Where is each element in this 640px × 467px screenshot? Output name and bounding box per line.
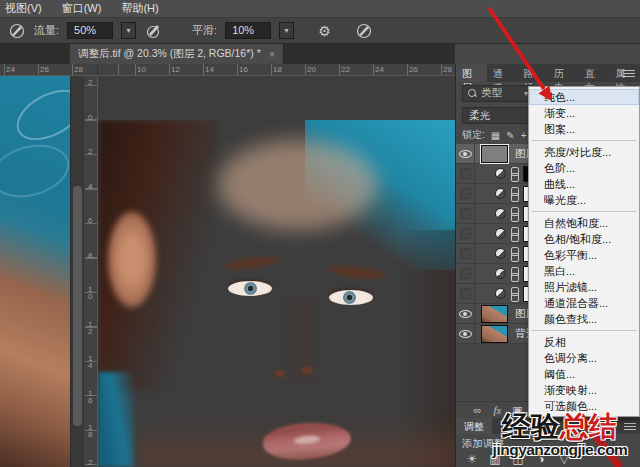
visibility-toggle[interactable] <box>456 164 475 184</box>
tab-adjustments[interactable]: 调整 <box>456 418 492 434</box>
blend-mode-dropdown[interactable]: 柔光 <box>462 107 530 124</box>
adjustments-panel-menu-icon[interactable] <box>624 423 636 430</box>
ruler-number: 26 <box>40 65 49 74</box>
menu-窗口(W)[interactable]: 窗口(W) <box>62 1 102 16</box>
visibility-toggle[interactable] <box>456 204 475 224</box>
visibility-toggle[interactable] <box>456 184 475 204</box>
menu-视图(V)[interactable]: 视图(V) <box>5 1 42 16</box>
visibility-toggle[interactable] <box>456 324 475 344</box>
water-swirl <box>0 136 70 205</box>
tab-历史[interactable]: 历史 <box>548 64 579 82</box>
airbrush-toggle-icon[interactable] <box>144 22 162 40</box>
visibility-toggle[interactable] <box>456 224 475 244</box>
brush-preset-icon[interactable] <box>8 22 26 40</box>
left-doc-scrollbar[interactable] <box>70 76 84 467</box>
panel-menu-icon[interactable] <box>623 70 635 77</box>
menu-item[interactable]: 亮度/对比度... <box>529 144 639 160</box>
ruler-number: 16 <box>239 65 248 74</box>
menu-item[interactable]: 色彩平衡... <box>529 247 639 263</box>
layer-thumbnail[interactable] <box>481 325 508 343</box>
adjustment-layer-icon[interactable] <box>495 188 506 199</box>
eye-well-empty <box>460 268 471 279</box>
panel-tab-bar: 图层通道路径历史直方属性 <box>456 64 640 82</box>
left-doc-image[interactable] <box>0 76 70 467</box>
adjustment-layer-icon[interactable] <box>495 268 506 279</box>
exposure-icon[interactable]: ◑ <box>533 452 549 466</box>
adjustment-layer-icon[interactable] <box>495 208 506 219</box>
levels-icon[interactable]: ▥ <box>487 452 503 466</box>
left-document-window[interactable]: 242628 <box>0 64 85 467</box>
ruler-number: 20 <box>307 65 316 74</box>
brightness-contrast-icon[interactable]: ☀ <box>464 452 480 466</box>
visibility-toggle[interactable] <box>456 144 475 164</box>
menu-item[interactable]: 阈值... <box>529 366 639 382</box>
visibility-toggle[interactable] <box>456 284 475 304</box>
tab-通道[interactable]: 通道 <box>487 64 518 82</box>
brush-symmetry-icon[interactable] <box>355 22 373 40</box>
scrollbar-thumb[interactable] <box>73 186 82 426</box>
active-document-window[interactable]: 10121416182022242628 202468101214161820 <box>85 64 455 467</box>
document-tab[interactable]: 调整后.tif @ 20.3% (图层 2, RGB/16*) * × <box>70 44 284 64</box>
adjustment-layer-icon[interactable] <box>495 248 506 259</box>
mask-link-icon <box>510 167 519 181</box>
layer-style-fx-icon[interactable]: fx <box>490 403 505 418</box>
tab-直方[interactable]: 直方 <box>579 64 610 82</box>
vibrance-icon[interactable]: ▽ <box>556 452 572 466</box>
lock-transparency-icon[interactable]: ▦ <box>491 130 500 141</box>
smoothing-options-gear-icon[interactable]: ⚙ <box>318 23 331 39</box>
layer-thumbnail[interactable] <box>481 305 508 323</box>
tab-图层[interactable]: 图层 <box>456 64 487 82</box>
visibility-toggle[interactable] <box>456 304 475 324</box>
menu-item[interactable]: 自然饱和度... <box>529 215 639 231</box>
menu-item[interactable]: 照片滤镜... <box>529 279 639 295</box>
eye-well-empty <box>460 168 471 179</box>
menu-帮助(H)[interactable]: 帮助(H) <box>121 1 158 16</box>
canvas[interactable] <box>98 76 455 467</box>
menu-item[interactable]: 纯色... <box>529 89 639 105</box>
menu-item[interactable]: 色相/饱和度... <box>529 231 639 247</box>
link-layers-icon[interactable]: ∞ <box>470 403 485 418</box>
adjustment-layer-icon[interactable] <box>495 168 506 179</box>
menu-item[interactable]: 色调分离... <box>529 350 639 366</box>
mask-link-icon <box>510 267 519 281</box>
add-adjustment-label: 添加调整 <box>456 434 640 452</box>
menu-separator <box>531 140 637 141</box>
menu-item[interactable]: 颜色查找... <box>529 311 639 327</box>
smoothing-chevron-icon[interactable]: ▾ <box>279 22 294 39</box>
ruler-number: 10 <box>88 286 96 300</box>
adjustment-layer-icon[interactable] <box>495 228 506 239</box>
tab-路径[interactable]: 路径 <box>517 64 548 82</box>
flow-value-input[interactable]: 50% <box>67 22 113 39</box>
visibility-toggle[interactable] <box>456 264 475 284</box>
smoothing-label: 平滑: <box>192 23 217 38</box>
menu-item[interactable]: 渐变映射... <box>529 382 639 398</box>
lock-paint-icon[interactable]: ✎ <box>506 130 514 141</box>
menu-item[interactable]: 曲线... <box>529 176 639 192</box>
lock-label: 锁定: <box>462 128 485 142</box>
lock-position-icon[interactable]: + <box>521 130 527 141</box>
eye-icon <box>459 310 472 318</box>
eye-well-empty <box>460 288 471 299</box>
ruler-number: 10 <box>137 65 146 74</box>
menu-item[interactable]: 图案... <box>529 121 639 137</box>
fill-layer-thumbnail[interactable] <box>481 145 508 163</box>
menu-item[interactable]: 可选颜色... <box>529 398 639 414</box>
add-mask-icon[interactable]: ▣ <box>510 403 525 418</box>
menu-item[interactable]: 反相 <box>529 334 639 350</box>
menu-item[interactable]: 曝光度... <box>529 192 639 208</box>
layer-filter-type-dropdown[interactable]: 类型 ▾ <box>462 85 534 102</box>
close-tab-icon[interactable]: × <box>269 48 275 60</box>
menu-item[interactable]: 渐变... <box>529 105 639 121</box>
visibility-toggle[interactable] <box>456 244 475 264</box>
menu-item[interactable]: 黑白... <box>529 263 639 279</box>
adjustment-layer-icon[interactable] <box>495 288 506 299</box>
smoothing-value-input[interactable]: 10% <box>225 22 271 39</box>
menu-item[interactable]: 色阶... <box>529 160 639 176</box>
menu-item[interactable]: 通道混合器... <box>529 295 639 311</box>
flow-chevron-icon[interactable]: ▾ <box>121 22 136 39</box>
ruler-number: 18 <box>273 65 282 74</box>
photo-neck-shadow <box>138 417 455 467</box>
ruler-number: 2 <box>88 148 96 155</box>
adjustments-panel: 调整 添加调整 ☀▥◫◑▽ <box>456 418 640 467</box>
curves-icon[interactable]: ◫ <box>510 452 526 466</box>
